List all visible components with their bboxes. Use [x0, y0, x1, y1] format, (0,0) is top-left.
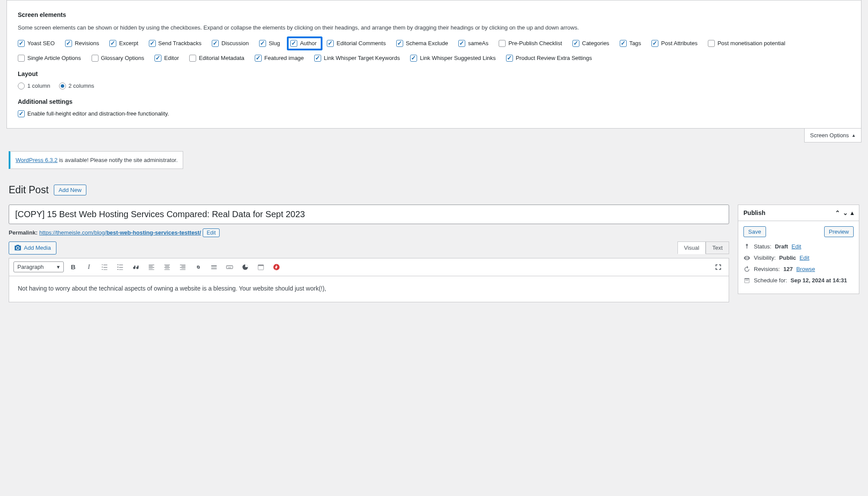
checkbox-icon [18, 55, 25, 62]
editor-toolbar: Paragraph ▾ B I [9, 258, 729, 276]
checkbox-icon [259, 40, 266, 47]
checkbox-label: Schema Exclude [406, 40, 448, 46]
screen-element-checkbox-send-trackbacks[interactable]: Send Trackbacks [149, 40, 202, 47]
screen-element-checkbox-slug[interactable]: Slug [259, 40, 280, 47]
align-right-button[interactable] [177, 261, 189, 273]
checkbox-label: Slug [269, 40, 280, 46]
italic-button[interactable]: I [83, 261, 95, 273]
checkbox-icon [410, 55, 417, 62]
layout-heading: Layout [18, 70, 850, 77]
insert-more-button[interactable] [208, 261, 220, 273]
numbered-list-button[interactable] [114, 261, 126, 273]
checkbox-icon [290, 40, 297, 47]
checkbox-label: Featured image [264, 55, 304, 61]
screen-element-checkbox-post-attributes[interactable]: Post Attributes [651, 40, 697, 47]
screen-element-checkbox-excerpt[interactable]: Excerpt [109, 40, 138, 47]
checkbox-label: Author [300, 40, 316, 46]
align-center-button[interactable] [161, 261, 173, 273]
wordpress-update-link[interactable]: WordPress 6.3.2 [16, 157, 58, 163]
additional-settings-checkbox[interactable]: Enable full-height editor and distractio… [18, 110, 850, 117]
permalink-label: Permalink: [9, 229, 37, 236]
screen-elements-heading: Screen elements [18, 11, 850, 18]
chart-button[interactable] [239, 261, 251, 273]
layout-radio-2-columns[interactable]: 2 columns [59, 83, 94, 89]
additional-settings-heading: Additional settings [18, 98, 850, 105]
blockquote-button[interactable] [130, 261, 142, 273]
layout-radio-1-column[interactable]: 1 column [18, 83, 50, 89]
bold-button[interactable]: B [67, 261, 79, 273]
screen-element-checkbox-sameas[interactable]: sameAs [458, 40, 488, 47]
chevron-down-icon[interactable]: ⌄ [843, 209, 848, 216]
publish-metabox: Publish ⌃ ⌄ ▴ Save Preview Status: [738, 205, 859, 294]
checkbox-icon [212, 40, 219, 47]
page-title: Edit Post [9, 184, 49, 196]
notice-text: is available! Please notify the site adm… [58, 157, 178, 163]
save-draft-button[interactable]: Save [743, 226, 766, 237]
format-select[interactable]: Paragraph ▾ [13, 261, 64, 272]
screen-element-checkbox-product-review-extra-settings[interactable]: Product Review Extra Settings [506, 55, 592, 62]
revisions-browse-link[interactable]: Browse [796, 266, 815, 272]
collapse-toggle-icon[interactable]: ▴ [851, 209, 854, 216]
checkbox-icon [327, 40, 334, 47]
more-icon [210, 263, 218, 271]
visibility-edit-link[interactable]: Edit [799, 255, 809, 261]
checkbox-label: Send Trackbacks [158, 40, 202, 46]
screen-element-checkbox-featured-image[interactable]: Featured image [255, 55, 304, 62]
screen-element-checkbox-yoast-seo[interactable]: Yoast SEO [18, 40, 55, 47]
checkbox-icon [620, 40, 627, 47]
status-edit-link[interactable]: Edit [792, 243, 801, 250]
svg-rect-0 [227, 265, 233, 268]
screen-element-checkbox-revisions[interactable]: Revisions [65, 40, 99, 47]
fullscreen-button[interactable] [712, 261, 724, 273]
checkbox-label: Excerpt [119, 40, 138, 46]
publish-title: Publish [743, 209, 766, 216]
post-title-input[interactable] [9, 205, 729, 224]
editor-tab-text[interactable]: Text [706, 241, 729, 254]
add-media-button[interactable]: Add Media [9, 241, 56, 255]
screen-element-checkbox-glossary-options[interactable]: Glossary Options [92, 55, 145, 62]
screen-element-checkbox-schema-exclude[interactable]: Schema Exclude [396, 40, 448, 47]
checkbox-label: Discussion [221, 40, 249, 46]
permalink-edit-button[interactable]: Edit [203, 228, 220, 237]
add-new-button[interactable]: Add New [54, 185, 86, 195]
preview-button[interactable]: Preview [824, 226, 854, 237]
editor-tab-visual[interactable]: Visual [677, 241, 706, 254]
calendar-button[interactable] [255, 261, 267, 273]
screen-element-checkbox-pre-publish-checklist[interactable]: Pre-Publish Checklist [499, 40, 562, 47]
screen-element-checkbox-link-whisper-suggested-links[interactable]: Link Whisper Suggested Links [410, 55, 496, 62]
screen-element-checkbox-editor[interactable]: Editor [155, 55, 179, 62]
screen-element-checkbox-categories[interactable]: Categories [572, 40, 609, 47]
camera-icon [14, 245, 21, 251]
checkbox-icon [18, 110, 25, 117]
status-row: Status: Draft Edit [743, 243, 854, 250]
checkbox-label: Editor [164, 55, 179, 61]
screen-element-checkbox-post-monetisation-potential[interactable]: Post monetisation potential [708, 40, 785, 47]
power-button[interactable] [270, 261, 283, 273]
checkbox-icon [109, 40, 116, 47]
screen-element-checkbox-tags[interactable]: Tags [620, 40, 641, 47]
additional-settings-label: Enable full-height editor and distractio… [27, 110, 169, 117]
checkbox-label: Post Attributes [661, 40, 697, 46]
screen-element-checkbox-author[interactable]: Author [287, 36, 322, 50]
align-left-button[interactable] [145, 261, 158, 273]
radio-label: 2 columns [69, 83, 94, 89]
screen-element-checkbox-link-whisper-target-keywords[interactable]: Link Whisper Target Keywords [314, 55, 400, 62]
chevron-down-icon: ▾ [57, 264, 60, 270]
link-button[interactable] [192, 261, 204, 273]
screen-element-checkbox-editorial-comments[interactable]: Editorial Comments [327, 40, 385, 47]
screen-element-checkbox-discussion[interactable]: Discussion [212, 40, 249, 47]
checkbox-icon [92, 55, 99, 62]
link-icon [194, 263, 202, 271]
screen-options-toggle[interactable]: Screen Options [804, 129, 861, 142]
screen-element-checkbox-single-article-options[interactable]: Single Article Options [18, 55, 81, 62]
bullet-list-button[interactable] [99, 261, 111, 273]
checkbox-label: sameAs [468, 40, 488, 46]
keyboard-button[interactable] [224, 261, 236, 273]
chevron-up-icon[interactable]: ⌃ [835, 209, 840, 216]
screen-element-checkbox-editorial-metadata[interactable]: Editorial Metadata [189, 55, 244, 62]
align-center-icon [163, 263, 171, 271]
permalink-url[interactable]: https://themeisle.com/blog/best-web-host… [39, 229, 201, 236]
checkbox-icon [255, 55, 262, 62]
editor-content[interactable]: Not having to worry about the technical … [9, 276, 729, 302]
checkbox-label: Pre-Publish Checklist [508, 40, 562, 46]
